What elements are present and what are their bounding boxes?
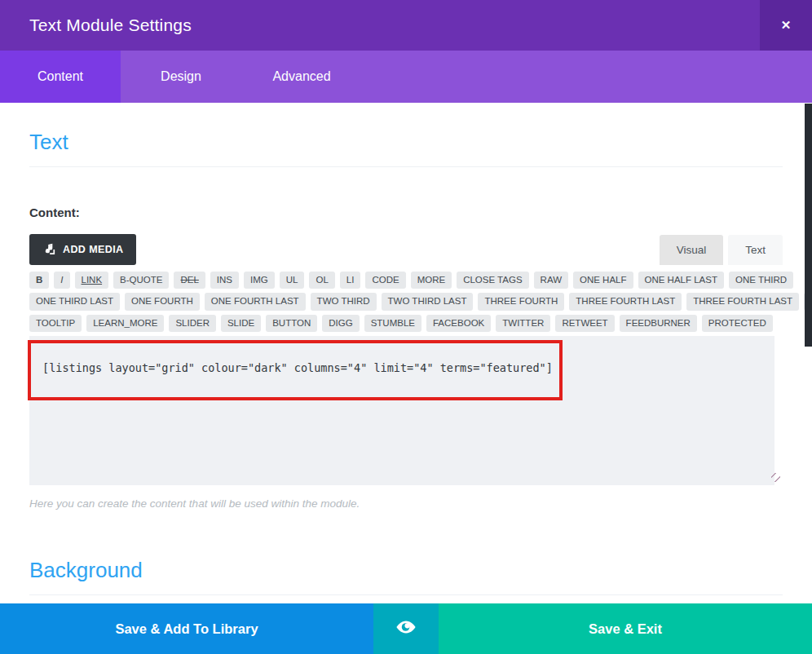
quicktag-one-half-last[interactable]: ONE HALF LAST (638, 272, 724, 289)
modal-content: Text Content: ADD MEDIA Visual Text BILI… (0, 103, 812, 603)
quicktag-three-fourth[interactable]: THREE FOURTH (478, 293, 564, 310)
quicktag-li[interactable]: LI (340, 272, 361, 289)
quicktag-one-fourth-last[interactable]: ONE FOURTH LAST (205, 293, 306, 310)
section-divider (29, 594, 783, 595)
content-textarea[interactable]: [listings layout="grid" colour="dark" co… (29, 336, 774, 485)
preview-button[interactable] (373, 603, 439, 654)
editor-mode-tabs: Visual Text (655, 235, 783, 265)
quicktag-slide[interactable]: SLIDE (221, 315, 261, 332)
add-media-button[interactable]: ADD MEDIA (29, 234, 136, 265)
content-help-text: Here you can create the content that wil… (29, 497, 783, 510)
quicktag-stumble[interactable]: STUMBLE (364, 315, 421, 332)
quicktag-tooltip[interactable]: TOOLTIP (29, 315, 82, 332)
quicktag-one-half[interactable]: ONE HALF (573, 272, 633, 289)
quicktag-row: BILINKB-QUOTEDELINSIMGULOLLICODEMORECLOS… (29, 272, 783, 293)
quicktag-link[interactable]: LINK (75, 272, 109, 289)
quicktag-one-third-last[interactable]: ONE THIRD LAST (29, 293, 120, 310)
editor-body: [listings layout="grid" colour="dark" co… (29, 336, 783, 485)
save-and-exit-button[interactable]: Save & Exit (439, 603, 812, 654)
add-media-label: ADD MEDIA (63, 244, 123, 255)
tab-content[interactable]: Content (0, 51, 121, 103)
quicktag-feedburner[interactable]: FEEDBURNER (620, 315, 697, 332)
quicktag-protected[interactable]: PROTECTED (702, 315, 773, 332)
modal-footer: Save & Add To Library Save & Exit (0, 603, 812, 654)
quicktag-ins[interactable]: INS (210, 272, 239, 289)
quicktag-ol[interactable]: OL (309, 272, 334, 289)
quicktag-two-third-last[interactable]: TWO THIRD LAST (382, 293, 474, 310)
quicktag-one-third[interactable]: ONE THIRD (729, 272, 793, 289)
editor-tab-text[interactable]: Text (728, 235, 783, 265)
editor-top-row: ADD MEDIA Visual Text (29, 234, 783, 265)
close-button[interactable]: ✕ (760, 0, 812, 51)
quicktag-three-fourth-last[interactable]: THREE FOURTH LAST (686, 293, 799, 310)
eye-icon (395, 616, 417, 642)
settings-tabbar: Content Design Advanced (0, 51, 812, 103)
background-section-heading: Background (29, 559, 783, 583)
quicktag-row: TOOLTIPLEARN_MORESLIDERSLIDEBUTTONDIGGST… (29, 315, 783, 336)
quicktag-b-quote[interactable]: B-QUOTE (113, 272, 169, 289)
add-media-icon (42, 242, 56, 256)
save-add-to-library-button[interactable]: Save & Add To Library (0, 603, 373, 654)
quicktag-row: ONE THIRD LASTONE FOURTHONE FOURTH LASTT… (29, 293, 783, 314)
quicktags-toolbar: BILINKB-QUOTEDELINSIMGULOLLICODEMORECLOS… (29, 272, 783, 336)
quicktag-i[interactable]: I (54, 272, 69, 289)
quicktag-one-fourth[interactable]: ONE FOURTH (125, 293, 200, 310)
quicktag-raw[interactable]: RAW (534, 272, 568, 289)
content-field-label: Content: (29, 205, 783, 219)
text-section-heading: Text (29, 103, 783, 155)
quicktag-two-third[interactable]: TWO THIRD (311, 293, 377, 310)
quicktag-del[interactable]: DEL (174, 272, 205, 289)
quicktag-ul[interactable]: UL (280, 272, 305, 289)
quicktag-img[interactable]: IMG (244, 272, 275, 289)
modal-scrollbar[interactable] (805, 104, 812, 347)
modal-header: Text Module Settings ✕ (0, 0, 812, 51)
quicktag-digg[interactable]: DIGG (322, 315, 359, 332)
quicktag-three-fourth-last[interactable]: THREE FOURTH LAST (569, 293, 682, 310)
quicktag-button[interactable]: BUTTON (266, 315, 317, 332)
quicktag-close-tags[interactable]: CLOSE TAGS (457, 272, 528, 289)
quicktag-facebook[interactable]: FACEBOOK (426, 315, 491, 332)
tab-design[interactable]: Design (121, 51, 241, 103)
editor-tab-visual[interactable]: Visual (660, 235, 724, 265)
quicktag-more[interactable]: MORE (411, 272, 452, 289)
tab-advanced[interactable]: Advanced (241, 51, 362, 103)
quicktag-slider[interactable]: SLIDER (169, 315, 216, 332)
quicktag-code[interactable]: CODE (365, 272, 405, 289)
close-icon: ✕ (781, 18, 792, 33)
quicktag-learn-more[interactable]: LEARN_MORE (86, 315, 164, 332)
quicktag-twitter[interactable]: TWITTER (496, 315, 550, 332)
quicktag-b[interactable]: B (29, 272, 49, 289)
modal-title: Text Module Settings (0, 15, 192, 35)
section-divider (29, 166, 783, 167)
quicktag-retweet[interactable]: RETWEET (555, 315, 614, 332)
